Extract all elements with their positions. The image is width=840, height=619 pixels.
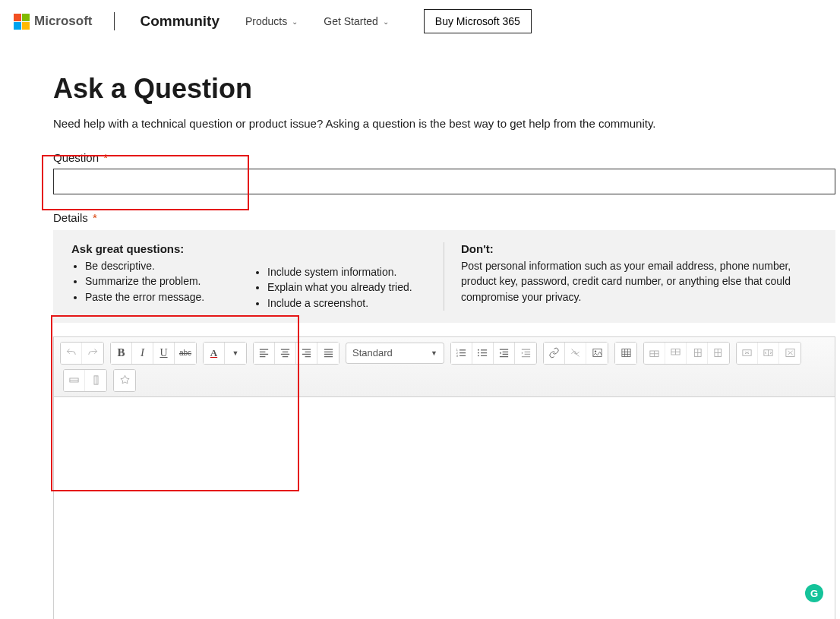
svg-text:3: 3: [456, 355, 458, 358]
image-button[interactable]: [586, 343, 608, 364]
font-size-label: Standard: [352, 347, 393, 358]
table-col-right-button[interactable]: [708, 343, 729, 364]
tips-box: Ask great questions: Be descriptive. Sum…: [53, 230, 835, 323]
table-button[interactable]: [615, 343, 636, 364]
text-color-button[interactable]: A: [204, 343, 225, 364]
page-title: Ask a Question: [53, 73, 835, 105]
indent-button[interactable]: [515, 343, 536, 364]
page-subtitle: Need help with a technical question or p…: [53, 117, 835, 130]
main-content: Ask a Question Need help with a technica…: [0, 43, 835, 619]
question-input[interactable]: [53, 169, 835, 194]
align-justify-button[interactable]: [317, 343, 339, 364]
microsoft-logo-icon[interactable]: [14, 14, 30, 30]
table-col-left-button[interactable]: [687, 343, 708, 364]
chevron-down-icon: ⌄: [383, 17, 389, 26]
tips-do-col-2: Include system information. Explain what…: [254, 242, 436, 311]
align-center-button[interactable]: [275, 343, 296, 364]
text-color-dropdown[interactable]: ▼: [225, 343, 246, 364]
nav-products[interactable]: Products ⌄: [241, 11, 302, 32]
divider: [114, 12, 115, 30]
chevron-down-icon: ▼: [431, 349, 437, 357]
italic-button[interactable]: I: [132, 343, 153, 364]
nav-products-label: Products: [245, 15, 287, 27]
delete-table-button[interactable]: [779, 343, 801, 364]
required-asterisk: *: [93, 211, 97, 224]
grammarly-badge-icon[interactable]: G: [805, 584, 823, 602]
tips-dont-col: Don't: Post personal information such as…: [444, 242, 817, 311]
buy-m365-button[interactable]: Buy Microsoft 365: [424, 9, 532, 33]
details-label: Details *: [53, 211, 835, 224]
tip-item: Include system information.: [267, 264, 436, 279]
bold-button[interactable]: B: [111, 343, 132, 364]
tips-dont-text: Post personal information such as your e…: [461, 258, 817, 305]
redo-button[interactable]: [82, 343, 103, 364]
merge-cells-button[interactable]: [737, 343, 758, 364]
font-size-select[interactable]: Standard ▼: [346, 343, 444, 364]
details-label-text: Details: [53, 211, 88, 224]
question-label-text: Question: [53, 151, 99, 164]
split-cells-button[interactable]: [758, 343, 779, 364]
tip-item: Include a screenshot.: [267, 295, 436, 311]
table-row-below-button[interactable]: [665, 343, 687, 364]
tips-do-heading: Ask great questions:: [71, 242, 254, 255]
underline-button[interactable]: U: [153, 343, 175, 364]
ordered-list-button[interactable]: 123: [451, 343, 472, 364]
tips-do-col-1: Ask great questions: Be descriptive. Sum…: [71, 242, 254, 311]
brand-name[interactable]: Microsoft: [34, 14, 93, 29]
outdent-button[interactable]: [494, 343, 515, 364]
table-row-above-button[interactable]: [644, 343, 665, 364]
strikethrough-button[interactable]: abc: [175, 343, 196, 364]
svg-point-3: [478, 349, 479, 351]
tip-item: Summarize the problem.: [85, 273, 254, 289]
chevron-down-icon: ⌄: [292, 17, 298, 26]
delete-row-button[interactable]: [64, 370, 85, 391]
tips-dont-heading: Don't:: [461, 242, 817, 255]
tip-item: Explain what you already tried.: [267, 279, 436, 295]
nav-get-started[interactable]: Get Started ⌄: [319, 11, 393, 32]
unordered-list-button[interactable]: [472, 343, 494, 364]
svg-rect-8: [621, 349, 630, 357]
unlink-button[interactable]: [565, 343, 586, 364]
question-label: Question *: [53, 151, 835, 164]
top-nav: Microsoft Community Products ⌄ Get Start…: [0, 0, 840, 43]
svg-point-7: [594, 351, 596, 353]
delete-col-button[interactable]: [85, 370, 106, 391]
tip-item: Be descriptive.: [85, 258, 254, 273]
nav-community[interactable]: Community: [136, 8, 225, 34]
details-editor: B I U abc A ▼ Standard ▼ 123: [53, 336, 835, 619]
details-editor-body[interactable]: [54, 397, 835, 619]
svg-point-5: [478, 355, 479, 357]
nav-get-started-label: Get Started: [324, 15, 378, 27]
tip-item: Paste the error message.: [85, 289, 254, 305]
align-left-button[interactable]: [254, 343, 275, 364]
link-button[interactable]: [544, 343, 565, 364]
undo-button[interactable]: [61, 343, 82, 364]
svg-point-4: [478, 352, 479, 354]
editor-toolbar: B I U abc A ▼ Standard ▼ 123: [54, 337, 835, 397]
required-asterisk: *: [103, 151, 108, 164]
align-right-button[interactable]: [296, 343, 317, 364]
pin-button[interactable]: [114, 370, 135, 391]
